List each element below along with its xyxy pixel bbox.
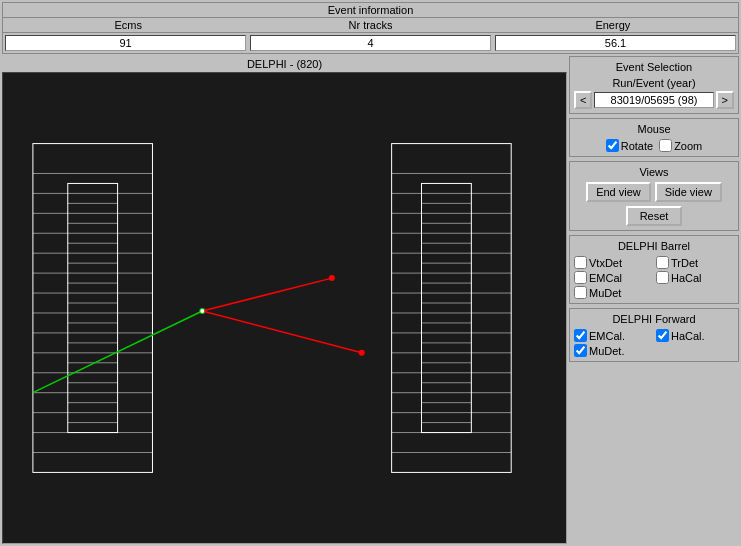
run-event-value: 83019/05695 (98)	[594, 92, 713, 108]
trdet-checkbox[interactable]	[656, 256, 669, 269]
trdet-text: TrDet	[671, 257, 698, 269]
energy-label: Energy	[492, 19, 734, 31]
forward-grid: EMCal. HaCal.	[574, 329, 734, 342]
svg-point-64	[329, 275, 335, 281]
canvas-title: DELPHI - (820)	[2, 56, 567, 72]
event-info-title: Event information	[3, 3, 738, 18]
emcal-forward-text: EMCal.	[589, 330, 625, 342]
hacal-barrel-label[interactable]: HaCal	[656, 271, 734, 284]
ecms-value: 91	[5, 35, 246, 51]
mouse-title: Mouse	[574, 123, 734, 135]
hacal-barrel-text: HaCal	[671, 272, 702, 284]
prev-event-button[interactable]: <	[574, 91, 592, 109]
mudet-forward-text: MuDet.	[589, 345, 624, 357]
ecms-label: Ecms	[7, 19, 249, 31]
side-view-button[interactable]: Side view	[655, 182, 722, 202]
trdet-label[interactable]: TrDet	[656, 256, 734, 269]
nr-tracks-value: 4	[250, 35, 491, 51]
detector-svg	[3, 73, 566, 543]
content-area: DELPHI - (820)	[2, 56, 739, 544]
event-info-bar: Event information Ecms Nr tracks Energy …	[2, 2, 739, 54]
mouse-box: Mouse Rotate Zoom	[569, 118, 739, 157]
energy-value: 56.1	[495, 35, 736, 51]
barrel-title: DELPHI Barrel	[574, 240, 734, 252]
views-buttons: End view Side view	[574, 182, 734, 202]
next-event-button[interactable]: >	[716, 91, 734, 109]
event-selection-box: Event Selection Run/Event (year) < 83019…	[569, 56, 739, 114]
event-selection-title: Event Selection	[574, 61, 734, 73]
forward-title: DELPHI Forward	[574, 313, 734, 325]
vtxdet-text: VtxDet	[589, 257, 622, 269]
canvas-area[interactable]	[2, 72, 567, 544]
mudet-barrel-checkbox[interactable]	[574, 286, 587, 299]
rotate-checkbox-label[interactable]: Rotate	[606, 139, 653, 152]
vtxdet-label[interactable]: VtxDet	[574, 256, 652, 269]
hacal-forward-checkbox[interactable]	[656, 329, 669, 342]
vtxdet-checkbox[interactable]	[574, 256, 587, 269]
reset-button[interactable]: Reset	[626, 206, 683, 226]
forward-single: MuDet.	[574, 344, 734, 357]
main-container: Event information Ecms Nr tracks Energy …	[0, 0, 741, 546]
forward-box: DELPHI Forward EMCal. HaCal. MuDet.	[569, 308, 739, 362]
mudet-barrel-label[interactable]: MuDet	[574, 286, 652, 299]
left-panel: DELPHI - (820)	[2, 56, 567, 544]
hacal-forward-text: HaCal.	[671, 330, 705, 342]
reset-row: Reset	[574, 206, 734, 226]
zoom-checkbox-label[interactable]: Zoom	[659, 139, 702, 152]
nr-tracks-label: Nr tracks	[249, 19, 491, 31]
svg-point-65	[200, 309, 204, 313]
views-title: Views	[574, 166, 734, 178]
emcal-barrel-checkbox[interactable]	[574, 271, 587, 284]
barrel-grid: VtxDet TrDet EMCal HaCal	[574, 256, 734, 299]
event-info-labels: Ecms Nr tracks Energy	[3, 18, 738, 33]
rotate-checkbox[interactable]	[606, 139, 619, 152]
right-panel: Event Selection Run/Event (year) < 83019…	[569, 56, 739, 544]
run-event-label: Run/Event (year)	[574, 77, 734, 89]
views-box: Views End view Side view Reset	[569, 161, 739, 231]
mudet-forward-checkbox[interactable]	[574, 344, 587, 357]
barrel-box: DELPHI Barrel VtxDet TrDet EMCal	[569, 235, 739, 304]
hacal-forward-label[interactable]: HaCal.	[656, 329, 734, 342]
end-view-button[interactable]: End view	[586, 182, 651, 202]
svg-point-63	[359, 350, 365, 356]
mouse-options: Rotate Zoom	[574, 139, 734, 152]
emcal-barrel-label[interactable]: EMCal	[574, 271, 652, 284]
svg-rect-0	[3, 84, 566, 532]
mudet-forward-label[interactable]: MuDet.	[574, 344, 734, 357]
run-event-row: < 83019/05695 (98) >	[574, 91, 734, 109]
emcal-forward-checkbox[interactable]	[574, 329, 587, 342]
emcal-forward-label[interactable]: EMCal.	[574, 329, 652, 342]
mudet-barrel-text: MuDet	[589, 287, 621, 299]
spacer	[569, 366, 739, 544]
rotate-label: Rotate	[621, 140, 653, 152]
zoom-label: Zoom	[674, 140, 702, 152]
emcal-barrel-text: EMCal	[589, 272, 622, 284]
hacal-barrel-checkbox[interactable]	[656, 271, 669, 284]
zoom-checkbox[interactable]	[659, 139, 672, 152]
event-info-values: 91 4 56.1	[3, 33, 738, 53]
